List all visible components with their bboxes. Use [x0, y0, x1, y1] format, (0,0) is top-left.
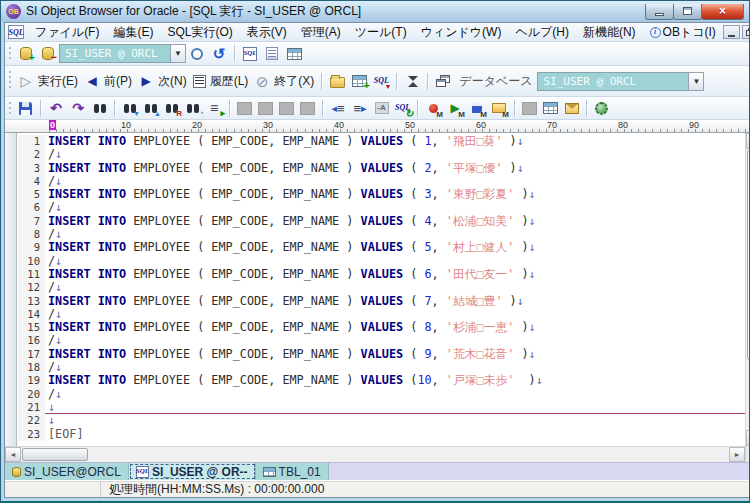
menu-item-sql-exec[interactable]: SQL実行(O) [160, 23, 239, 42]
mdi-restore-button[interactable] [742, 25, 750, 39]
window-tab-table[interactable]: TBL_01 [256, 463, 329, 480]
editor-line-20[interactable]: 20/↓ [18, 388, 745, 401]
horizontal-scrollbar[interactable]: ◄ ► [5, 446, 745, 462]
menu-item-window[interactable]: ウィンドウ(W) [414, 23, 509, 42]
execute-button[interactable]: 実行(E) [15, 70, 81, 92]
disabled-button-2[interactable] [255, 98, 276, 118]
menu-item-help[interactable]: ヘルプ(H) [508, 23, 576, 42]
editor-line-12[interactable]: 12/↓ [18, 281, 745, 294]
undo-button[interactable] [45, 98, 67, 118]
editor-line-23[interactable]: 23[EOF] [18, 428, 745, 441]
find-button[interactable] [89, 98, 110, 118]
macro-play-button[interactable] [444, 98, 466, 118]
combo-dropdown-icon[interactable]: ▼ [170, 44, 186, 63]
scroll-up-button[interactable]: ▲ [746, 133, 750, 149]
sql-editor[interactable]: 1INSERT INTO EMPLOYEE ( EMP_CODE, EMP_NA… [5, 133, 745, 446]
menu-item-manage[interactable]: 管理(A) [294, 23, 348, 42]
script-window-button[interactable] [261, 43, 283, 65]
maximize-button[interactable] [673, 4, 702, 20]
rollback-button[interactable] [208, 43, 230, 65]
replace-button[interactable] [161, 98, 182, 118]
macro-save-button[interactable] [466, 98, 488, 118]
mdi-system-icon[interactable]: SQL [8, 25, 24, 39]
combo-dropdown-icon[interactable]: ▼ [688, 72, 704, 91]
menu-item-view[interactable]: 表示(V) [240, 23, 294, 42]
window-tab-sql-exec[interactable]: SI_USER @ OR-- [129, 463, 256, 480]
grid-window-button[interactable] [283, 43, 305, 65]
macro-record-button[interactable] [422, 98, 444, 118]
indent-button[interactable] [327, 98, 349, 118]
history-button[interactable]: 履歴(L) [190, 70, 252, 92]
close-button[interactable]: × [701, 4, 744, 20]
redo-button[interactable] [67, 98, 89, 118]
end-button[interactable]: 終了(X) [251, 70, 317, 92]
cancel-query-button[interactable] [186, 43, 208, 65]
sql-format-button[interactable] [392, 98, 413, 118]
disabled-button-3[interactable] [276, 98, 297, 118]
selection-margin[interactable] [5, 133, 17, 446]
editor-line-18[interactable]: 18/↓ [18, 361, 745, 374]
sql-window-button[interactable] [239, 43, 261, 65]
prev-button[interactable]: 前(P) [81, 70, 135, 92]
disabled-button-1[interactable] [234, 98, 255, 118]
editor-line-9[interactable]: 9INSERT INTO EMPLOYEE ( EMP_CODE, EMP_NA… [18, 241, 745, 254]
find-next-button[interactable] [119, 98, 140, 118]
editor-line-21[interactable]: 21↓ [18, 401, 745, 414]
outdent-button[interactable] [349, 98, 371, 118]
editor-line-16[interactable]: 16/↓ [18, 334, 745, 347]
window-tab-session[interactable]: SI_USER@ORCL [5, 463, 129, 480]
editor-lines[interactable]: 1INSERT INTO EMPLOYEE ( EMP_CODE, EMP_NA… [5, 133, 745, 446]
horizontal-scroll-thumb[interactable] [22, 448, 88, 461]
editor-line-2[interactable]: 2/↓ [18, 148, 745, 161]
save-button[interactable] [15, 98, 36, 118]
editor-line-6[interactable]: 6/↓ [18, 201, 745, 214]
editor-line-15[interactable]: 15INSERT INTO EMPLOYEE ( EMP_CODE, EMP_N… [18, 321, 745, 334]
convert-case-button[interactable] [371, 98, 392, 118]
editor-line-8[interactable]: 8/↓ [18, 228, 745, 241]
table-output-button[interactable] [348, 70, 370, 92]
sql-load-button[interactable] [370, 70, 392, 92]
link-window-button[interactable] [432, 70, 454, 92]
editor-line-13[interactable]: 13INSERT INTO EMPLOYEE ( EMP_CODE, EMP_N… [18, 295, 745, 308]
editor-line-10[interactable]: 10/↓ [18, 255, 745, 268]
editor-line-19[interactable]: 19INSERT INTO EMPLOYEE ( EMP_CODE, EMP_N… [18, 374, 745, 387]
vertical-scroll-track[interactable] [746, 361, 750, 430]
find-prev-button[interactable] [140, 98, 161, 118]
menu-item-tools[interactable]: ツール(T) [348, 23, 414, 42]
goto-line-button[interactable] [203, 98, 225, 118]
connect-button[interactable] [15, 43, 37, 65]
minimize-button[interactable] [645, 4, 674, 20]
editor-line-7[interactable]: 7INSERT INTO EMPLOYEE ( EMP_CODE, EMP_NA… [18, 215, 745, 228]
find-history-button[interactable] [182, 98, 203, 118]
menu-item-ob-toko[interactable]: OBトコ(I) [643, 23, 723, 42]
disconnect-button[interactable] [37, 43, 59, 65]
macro-open-button[interactable] [488, 98, 510, 118]
editor-line-1[interactable]: 1INSERT INTO EMPLOYEE ( EMP_CODE, EMP_NA… [18, 135, 745, 148]
disabled-button-5[interactable] [519, 98, 540, 118]
next-button[interactable]: 次(N) [135, 70, 190, 92]
editor-line-4[interactable]: 4/↓ [18, 175, 745, 188]
disabled-button-4[interactable] [297, 98, 318, 118]
scroll-left-button[interactable]: ◄ [5, 447, 21, 462]
editor-line-5[interactable]: 5INSERT INTO EMPLOYEE ( EMP_CODE, EMP_NA… [18, 188, 745, 201]
open-file-button[interactable] [326, 70, 348, 92]
editor-line-14[interactable]: 14/↓ [18, 308, 745, 321]
menu-item-edit[interactable]: 編集(E) [106, 23, 160, 42]
mdi-minimize-button[interactable] [723, 25, 740, 39]
result-grid-button[interactable] [540, 98, 561, 118]
vertical-scrollbar[interactable]: ▲ ▼ [745, 133, 750, 462]
options-button[interactable] [591, 98, 612, 118]
editor-line-22[interactable]: 22↓ [18, 414, 745, 427]
database-combo[interactable]: SI_USER @ ORCL▼ [537, 72, 704, 91]
compress-button[interactable] [401, 70, 423, 92]
editor-line-3[interactable]: 3INSERT INTO EMPLOYEE ( EMP_CODE, EMP_NA… [18, 162, 745, 175]
editor-line-17[interactable]: 17INSERT INTO EMPLOYEE ( EMP_CODE, EMP_N… [18, 348, 745, 361]
horizontal-scroll-track[interactable] [89, 447, 729, 462]
session-combo[interactable]: SI_USER @ ORCL▼ [59, 44, 186, 63]
scroll-right-button[interactable]: ► [729, 447, 745, 462]
mail-button[interactable] [561, 98, 582, 118]
menu-item-new-features[interactable]: 新機能(N) [576, 23, 643, 42]
menu-item-file[interactable]: ファイル(F) [28, 23, 106, 42]
scroll-down-button[interactable]: ▼ [746, 430, 750, 446]
editor-line-11[interactable]: 11INSERT INTO EMPLOYEE ( EMP_CODE, EMP_N… [18, 268, 745, 281]
